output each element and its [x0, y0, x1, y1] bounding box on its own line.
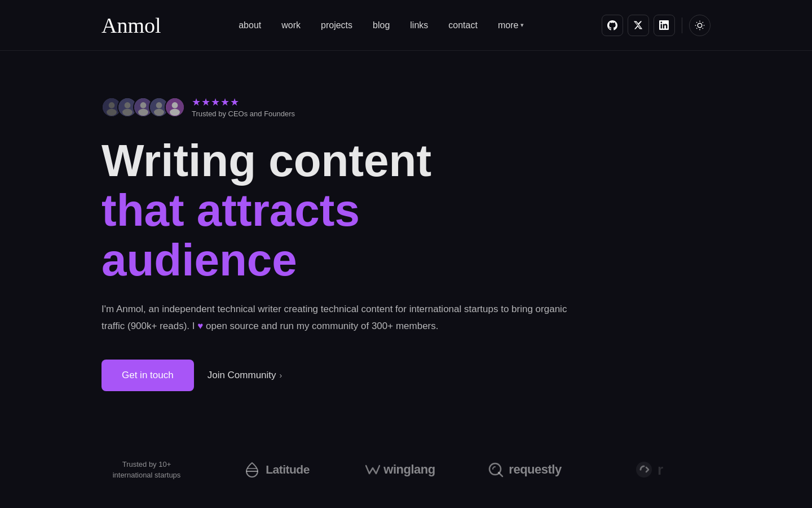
- cta-row: Get in touch Join Community ›: [102, 360, 710, 391]
- theme-toggle-button[interactable]: [689, 15, 710, 36]
- svg-point-8: [140, 102, 147, 108]
- star-rating: ★★★★★: [192, 96, 295, 108]
- trust-label: Trusted by CEOs and Founders: [192, 110, 295, 118]
- get-in-touch-button[interactable]: Get in touch: [102, 360, 194, 391]
- nav-logo[interactable]: Anmol: [102, 13, 161, 38]
- hero-section: ★★★★★ Trusted by CEOs and Founders Writi…: [0, 51, 812, 425]
- svg-point-12: [154, 108, 164, 115]
- nav-item-about[interactable]: about: [239, 20, 261, 30]
- nav-item-more[interactable]: more ▾: [498, 20, 524, 30]
- github-icon-button[interactable]: [602, 15, 623, 36]
- logos-label: Trusted by 10+ international startups: [102, 459, 192, 481]
- latitude-logo: Latitude: [214, 462, 338, 478]
- svg-point-15: [170, 108, 180, 115]
- svg-point-9: [138, 108, 148, 115]
- partial-logo-text: r: [657, 461, 663, 479]
- nav-item-blog[interactable]: blog: [373, 20, 390, 30]
- heart-icon: ♥: [197, 321, 203, 331]
- hero-title-line1: Writing content: [102, 135, 431, 186]
- svg-point-17: [636, 462, 652, 478]
- logos-section: Trusted by 10+ international startups La…: [0, 425, 812, 503]
- twitter-x-icon-button[interactable]: [628, 15, 649, 36]
- linkedin-icon-button[interactable]: [654, 15, 675, 36]
- requestly-label: requestly: [509, 462, 561, 477]
- winglang-label: winglang: [383, 462, 435, 477]
- svg-point-14: [172, 102, 178, 108]
- join-community-button[interactable]: Join Community ›: [208, 370, 283, 381]
- chevron-down-icon: ▾: [520, 21, 524, 29]
- partial-logo: r: [586, 459, 710, 480]
- nav-item-projects[interactable]: projects: [321, 20, 352, 30]
- hero-title-line2: that attracts audience: [102, 185, 360, 285]
- avatar: [165, 97, 185, 117]
- trust-row: ★★★★★ Trusted by CEOs and Founders: [102, 96, 710, 118]
- requestly-logo: requestly: [462, 461, 586, 478]
- avatar-group: [102, 97, 185, 117]
- navbar: Anmol about work projects blog links con…: [0, 0, 812, 51]
- svg-point-11: [156, 102, 162, 108]
- nav-links: about work projects blog links contact m…: [239, 20, 524, 30]
- nav-item-work[interactable]: work: [281, 20, 301, 30]
- svg-point-6: [122, 108, 133, 115]
- trust-text: ★★★★★ Trusted by CEOs and Founders: [192, 96, 295, 118]
- svg-point-3: [107, 108, 117, 115]
- chevron-right-icon: ›: [280, 371, 283, 380]
- nav-item-contact[interactable]: contact: [448, 20, 478, 30]
- latitude-label: Latitude: [266, 463, 310, 476]
- winglang-logo: winglang: [338, 462, 462, 477]
- nav-divider: [682, 17, 682, 33]
- svg-point-2: [109, 102, 115, 108]
- svg-point-0: [698, 23, 702, 28]
- nav-item-links[interactable]: links: [410, 20, 428, 30]
- nav-social-icons: [602, 15, 710, 36]
- hero-description: I'm Anmol, an independent technical writ…: [102, 301, 586, 335]
- svg-point-5: [125, 102, 131, 108]
- logos-row: Latitude winglang requestly: [214, 459, 710, 480]
- hero-title: Writing content that attracts audience: [102, 136, 553, 285]
